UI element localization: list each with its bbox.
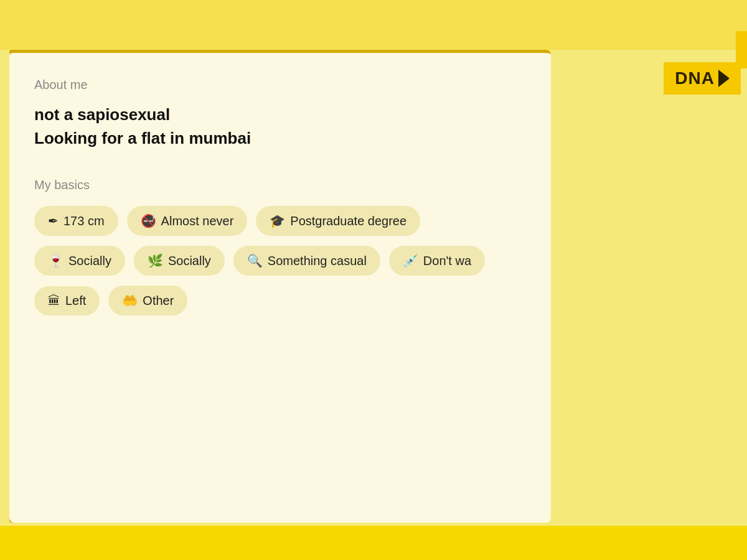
ruler-icon: ✒ (48, 213, 59, 228)
dna-badge: DNA (664, 62, 741, 95)
badge-smoking: 🚭 Almost never (127, 206, 248, 236)
no-smoking-icon: 🚭 (141, 213, 156, 228)
leaf-icon: 🌿 (148, 253, 163, 268)
top-background (0, 0, 747, 50)
badge-cannabis: 🌿 Socially (134, 246, 225, 276)
basics-row-2: 🍷 Socially 🌿 Socially 🔍 Something casual… (34, 246, 526, 276)
badge-looking-for: 🔍 Something casual (233, 246, 380, 276)
badge-looking-for-text: Something casual (268, 254, 367, 268)
about-line2: Looking for a flat in mumbai (34, 129, 251, 147)
badge-vaccine: 💉 Don't wa (389, 246, 485, 276)
search-icon: 🔍 (247, 253, 263, 268)
badge-vaccine-text: Don't wa (423, 254, 471, 268)
graduation-icon: 🎓 (270, 213, 285, 228)
bottom-strip (0, 526, 747, 560)
badge-politics: 🏛 Left (34, 286, 100, 315)
about-text: not a sapiosexual Looking for a flat in … (34, 103, 526, 150)
wine-icon: 🍷 (48, 253, 63, 268)
about-line1: not a sapiosexual (34, 105, 170, 124)
dna-badge-text: DNA (675, 68, 715, 88)
hands-icon: 🤲 (122, 293, 138, 308)
badge-cannabis-text: Socially (168, 254, 211, 268)
badge-drinking-text: Socially (68, 254, 111, 268)
badge-drinking: 🍷 Socially (34, 246, 125, 276)
syringe-icon: 💉 (403, 253, 418, 268)
badge-height-text: 173 cm (63, 214, 105, 228)
profile-card: About me not a sapiosexual Looking for a… (9, 50, 551, 523)
about-section: About me not a sapiosexual Looking for a… (34, 78, 526, 150)
badge-education-text: Postgraduate degree (290, 214, 406, 228)
badge-religion: 🤲 Other (108, 286, 187, 315)
badge-smoking-text: Almost never (161, 214, 234, 228)
about-label: About me (34, 78, 526, 92)
badge-religion-text: Other (143, 294, 174, 308)
government-icon: 🏛 (48, 294, 60, 308)
basics-row-1: ✒ 173 cm 🚭 Almost never 🎓 Postgraduate d… (34, 206, 526, 236)
basics-label: My basics (34, 178, 526, 192)
dna-arrow-icon (718, 70, 730, 87)
badge-height: ✒ 173 cm (34, 206, 118, 236)
basics-row-3: 🏛 Left 🤲 Other (34, 286, 526, 315)
badge-education: 🎓 Postgraduate degree (256, 206, 420, 236)
badge-politics-text: Left (65, 294, 86, 308)
basics-section: My basics ✒ 173 cm 🚭 Almost never 🎓 Post… (34, 178, 526, 315)
